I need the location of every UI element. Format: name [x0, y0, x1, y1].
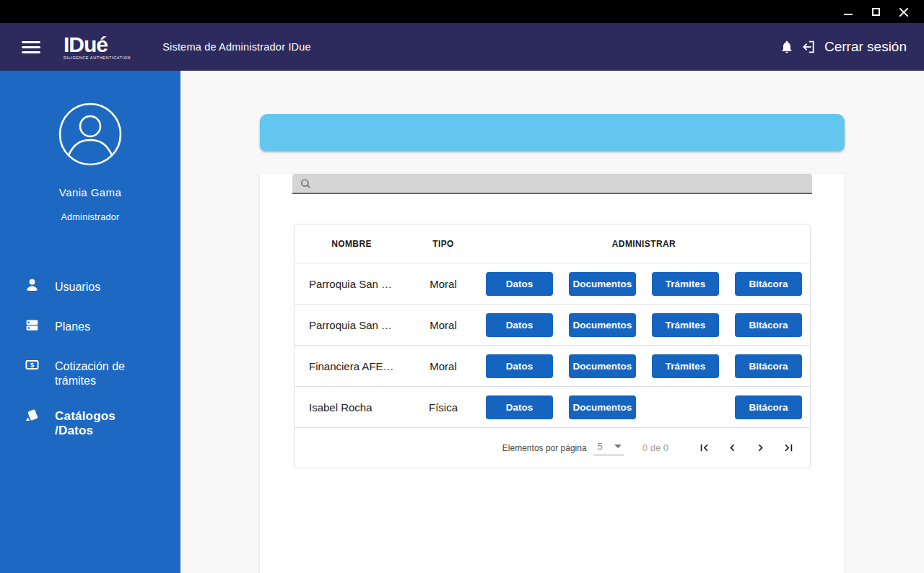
- logo-text: IDué: [64, 34, 131, 56]
- table-row: Parroquia San … Moral Datos Documentos T…: [295, 263, 810, 304]
- logout-button[interactable]: Cerrar sesión: [824, 39, 907, 55]
- records-table: NOMBRE TIPO ADMINISTRAR Parroquia San … …: [294, 224, 811, 468]
- paginator: Elementos por página 5 0 de 0: [295, 427, 810, 468]
- menu-icon[interactable]: [22, 41, 40, 53]
- minimize-icon[interactable]: [837, 3, 859, 20]
- user-name: Vania Gama: [0, 186, 180, 198]
- cell-tipo: Moral: [409, 360, 478, 372]
- app-title: Sistema de Administrador IDue: [162, 41, 311, 53]
- page-size-value: 5: [598, 441, 603, 452]
- sidebar-item-label: Catálogos /Datos: [55, 406, 145, 438]
- sidebar-item-catalogos[interactable]: Catálogos /Datos: [24, 406, 180, 438]
- sidebar-item-planes[interactable]: Planes: [24, 317, 180, 338]
- page-size-select[interactable]: 5: [593, 441, 624, 455]
- quote-icon: $: [24, 357, 40, 372]
- content-card: NOMBRE TIPO ADMINISTRAR Parroquia San … …: [260, 174, 845, 573]
- app-logo: IDué DILIGENCE AUTHENTICATION: [64, 34, 131, 61]
- column-header-tipo: TIPO: [409, 239, 478, 249]
- column-header-administrar: ADMINISTRAR: [478, 239, 810, 249]
- maximize-icon[interactable]: [865, 3, 886, 20]
- sidebar: Vania Gama Administrador Usuarios Planes…: [0, 71, 180, 573]
- bell-icon[interactable]: [780, 39, 794, 55]
- sidebar-item-usuarios[interactable]: Usuarios: [24, 277, 180, 299]
- cell-tipo: Moral: [409, 278, 478, 290]
- items-per-page-label: Elementos por página: [502, 443, 587, 453]
- bitacora-button[interactable]: Bitácora: [735, 395, 802, 419]
- cell-nombre: Financiera AFE…: [295, 360, 409, 372]
- documentos-button[interactable]: Documentos: [569, 272, 636, 296]
- bitacora-button[interactable]: Bitácora: [735, 354, 802, 378]
- user-profile: Vania Gama Administrador: [0, 71, 180, 222]
- app-header: IDué DILIGENCE AUTHENTICATION Sistema de…: [0, 23, 924, 71]
- cell-nombre: Parroquia San …: [295, 278, 409, 290]
- bitacora-button[interactable]: Bitácora: [735, 272, 802, 296]
- page-range-label: 0 de 0: [642, 442, 668, 453]
- svg-text:$: $: [30, 362, 33, 369]
- search-icon: [300, 178, 312, 190]
- documentos-button[interactable]: Documentos: [569, 313, 636, 337]
- cell-nombre: Parroquia San …: [295, 319, 409, 331]
- sidebar-nav: Usuarios Planes $ Cotización de trámites…: [0, 277, 180, 438]
- sidebar-item-label: Planes: [55, 317, 90, 334]
- documentos-button[interactable]: Documentos: [569, 395, 636, 419]
- search-input[interactable]: [318, 178, 805, 189]
- prev-page-icon[interactable]: [725, 441, 739, 455]
- table-row: Isabel Rocha Física Datos Documentos Bit…: [295, 386, 810, 427]
- column-header-nombre: NOMBRE: [295, 239, 409, 249]
- datos-button[interactable]: Datos: [486, 272, 553, 296]
- cell-tipo: Moral: [409, 319, 478, 331]
- documentos-button[interactable]: Documentos: [569, 354, 636, 378]
- last-page-icon[interactable]: [782, 441, 796, 455]
- chevron-down-icon: [614, 445, 622, 448]
- next-page-icon[interactable]: [754, 441, 767, 455]
- logout-icon[interactable]: [801, 39, 816, 55]
- cell-nombre: Isabel Rocha: [295, 401, 409, 414]
- table-header-row: NOMBRE TIPO ADMINISTRAR: [295, 224, 810, 263]
- plans-icon: [24, 317, 40, 333]
- sidebar-item-cotizacion[interactable]: $ Cotización de trámites: [24, 357, 180, 388]
- logo-subtext: DILIGENCE AUTHENTICATION: [64, 56, 131, 61]
- cell-tipo: Física: [409, 401, 478, 414]
- datos-button[interactable]: Datos: [486, 395, 553, 419]
- search-bar: [292, 174, 812, 194]
- window-titlebar: [0, 0, 924, 23]
- table-row: Parroquia San … Moral Datos Documentos T…: [295, 304, 810, 345]
- first-page-icon[interactable]: [697, 441, 711, 455]
- close-icon[interactable]: [892, 3, 914, 20]
- tramites-button[interactable]: Trámites: [652, 272, 719, 296]
- datos-button[interactable]: Datos: [486, 313, 553, 337]
- tramites-button[interactable]: Trámites: [652, 354, 719, 378]
- bitacora-button[interactable]: Bitácora: [735, 313, 802, 337]
- person-icon: [24, 277, 40, 293]
- sidebar-item-label: Cotización de trámites: [55, 357, 145, 388]
- card-header-banner: [260, 114, 845, 151]
- user-role: Administrador: [0, 212, 180, 222]
- sidebar-item-label: Usuarios: [55, 277, 100, 294]
- main-content: NOMBRE TIPO ADMINISTRAR Parroquia San … …: [180, 71, 924, 573]
- avatar-icon: [58, 102, 122, 166]
- table-row: Financiera AFE… Moral Datos Documentos T…: [295, 345, 810, 386]
- catalog-icon: [24, 406, 40, 424]
- datos-button[interactable]: Datos: [486, 354, 553, 378]
- tramites-button[interactable]: Trámites: [652, 313, 719, 337]
